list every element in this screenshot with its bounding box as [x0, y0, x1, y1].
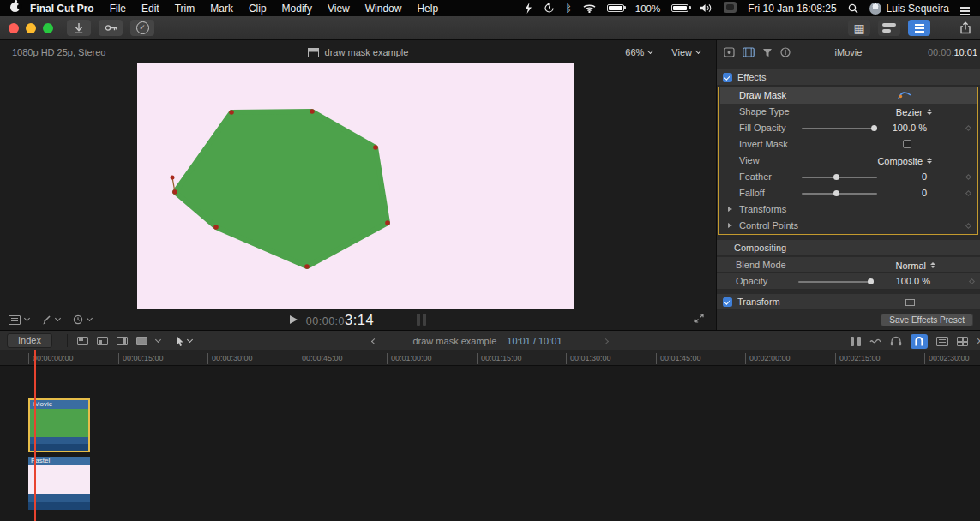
mask-control-point[interactable] — [373, 145, 378, 150]
ruler-tick: 00:00:15:00 — [118, 353, 164, 364]
background-tasks-button[interactable]: ✓ — [130, 20, 154, 36]
battery-charging-icon[interactable] — [671, 3, 688, 14]
user-menu[interactable]: Luis Sequeira — [869, 3, 949, 15]
keyframe-icon[interactable] — [965, 174, 971, 180]
mask-control-point[interactable] — [171, 176, 175, 180]
timeline-tracks[interactable]: iMovie Pastel — [0, 366, 980, 521]
browser-toggle-button[interactable]: ▦ — [848, 20, 870, 36]
disclosure-triangle-icon[interactable] — [728, 223, 732, 228]
volume-icon[interactable] — [700, 3, 712, 13]
fullscreen-icon[interactable] — [694, 314, 704, 323]
timeline-clip-imovie[interactable]: iMovie — [28, 398, 90, 452]
keyframe-icon[interactable] — [969, 278, 975, 284]
feather-slider[interactable] — [802, 177, 877, 178]
control-center-icon[interactable] — [960, 3, 970, 14]
mask-control-point[interactable] — [229, 110, 234, 115]
window-minimize-button[interactable] — [26, 23, 36, 33]
trim-mode-icon[interactable] — [851, 337, 861, 346]
mask-control-point[interactable] — [172, 189, 177, 195]
bluetooth-icon[interactable]: ᛒ — [566, 3, 572, 15]
menu-item-window[interactable]: Window — [365, 3, 402, 15]
apple-menu[interactable] — [10, 3, 20, 15]
import-media-button[interactable] — [67, 20, 91, 36]
ruler-tick: 00:02:00:00 — [745, 353, 791, 364]
menu-item-view[interactable]: View — [328, 3, 350, 15]
blend-mode-popup[interactable]: Normal — [896, 257, 935, 273]
view-popup[interactable]: Composite — [877, 153, 932, 169]
share-button[interactable] — [959, 21, 971, 34]
feather-value[interactable]: 0 — [874, 169, 927, 185]
menu-bar-clock[interactable]: Fri 10 Jan 16:08:25 — [748, 3, 836, 15]
mask-fill[interactable] — [175, 111, 388, 266]
viewer-view-menu[interactable]: View — [671, 47, 700, 57]
timeline-index-icon[interactable] — [957, 337, 968, 346]
slider-knob[interactable] — [833, 190, 839, 196]
inspector-toggle-button[interactable] — [908, 20, 930, 36]
transform-checkbox[interactable] — [723, 297, 732, 307]
close-timeline-icon[interactable]: × — [977, 334, 980, 348]
slider-knob[interactable] — [833, 174, 839, 180]
disclosure-triangle-icon[interactable] — [728, 207, 732, 212]
blend-mode-row: Blend Mode Normal — [717, 257, 980, 273]
opacity-slider[interactable] — [798, 281, 874, 283]
invert-mask-row: Invert Mask — [720, 136, 977, 153]
snapping-button[interactable] — [911, 334, 928, 349]
timeline-forward-icon[interactable] — [602, 338, 608, 344]
popup-arrows-icon — [927, 158, 932, 165]
audio-meters[interactable] — [417, 314, 426, 326]
timeline-back-icon[interactable] — [371, 338, 377, 344]
inspector-pane: iMovie 00:00:10:01 Effects Draw Mask Sha… — [716, 40, 980, 330]
menu-item-help[interactable]: Help — [417, 3, 438, 15]
app-menu[interactable]: Final Cut Pro — [30, 3, 94, 15]
play-button[interactable] — [290, 315, 298, 324]
mask-control-point[interactable] — [213, 225, 219, 230]
opacity-value[interactable]: 100.0 % — [877, 273, 930, 290]
menu-item-edit[interactable]: Edit — [141, 3, 159, 15]
skimming-icon[interactable] — [869, 338, 881, 345]
keyframe-icon[interactable] — [965, 223, 971, 229]
viewer-canvas[interactable] — [137, 63, 574, 309]
timeline-ruler[interactable]: 00:00:00:00 00:00:15:00 00:00:30:00 00:0… — [0, 350, 980, 366]
clip-appearance-icon[interactable] — [936, 337, 948, 346]
falloff-value[interactable]: 0 — [874, 185, 927, 201]
invert-mask-checkbox[interactable] — [903, 140, 911, 148]
menu-item-modify[interactable]: Modify — [282, 3, 312, 15]
shape-type-popup[interactable]: Bezier — [896, 104, 932, 120]
window-close-button[interactable] — [9, 23, 19, 33]
charging-bolt-icon[interactable] — [525, 3, 532, 14]
audio-skimming-icon[interactable] — [890, 336, 902, 346]
viewer-zoom-menu[interactable]: 66% — [625, 47, 652, 57]
effects-checkbox[interactable] — [723, 73, 732, 82]
menu-item-clip[interactable]: Clip — [249, 3, 267, 15]
compositing-section-row: Compositing — [717, 240, 980, 256]
draw-mask-shape[interactable] — [137, 63, 574, 309]
current-timecode[interactable]: 00:00:03:14 — [306, 312, 374, 328]
keyframe-icon[interactable] — [965, 190, 971, 196]
mask-control-point[interactable] — [310, 109, 315, 114]
mask-tool-icon[interactable] — [898, 91, 911, 99]
mask-control-point[interactable] — [385, 220, 390, 225]
menu-item-file[interactable]: File — [110, 3, 126, 15]
timeline-clip-pastel[interactable]: Pastel — [28, 457, 90, 510]
falloff-slider[interactable] — [802, 193, 877, 195]
fill-opacity-value[interactable]: 100.0 % — [874, 120, 927, 136]
menu-item-trim[interactable]: Trim — [175, 3, 195, 15]
keyframe-icon[interactable] — [965, 125, 971, 131]
input-source-icon[interactable] — [724, 2, 737, 15]
battery-icon[interactable] — [607, 3, 624, 14]
fill-opacity-slider[interactable] — [802, 128, 877, 129]
playhead[interactable] — [34, 350, 36, 521]
timeline-toggle-button[interactable] — [878, 20, 900, 36]
time-machine-icon[interactable] — [544, 3, 555, 14]
draw-mask-row[interactable]: Draw Mask — [720, 87, 977, 104]
save-effects-preset-button[interactable]: Save Effects Preset — [881, 314, 973, 326]
transform-onscreen-controls-icon[interactable] — [905, 299, 915, 306]
keyword-editor-button[interactable] — [99, 20, 123, 36]
spotlight-search-icon[interactable] — [848, 3, 858, 14]
window-zoom-button[interactable] — [43, 23, 53, 33]
wifi-icon[interactable] — [583, 3, 596, 13]
slider-knob[interactable] — [868, 278, 874, 284]
draw-mask-effect-group: Draw Mask Shape Type Bezier Fill Opacity… — [718, 87, 978, 235]
menu-item-mark[interactable]: Mark — [210, 3, 233, 15]
mask-control-point[interactable] — [304, 264, 310, 269]
